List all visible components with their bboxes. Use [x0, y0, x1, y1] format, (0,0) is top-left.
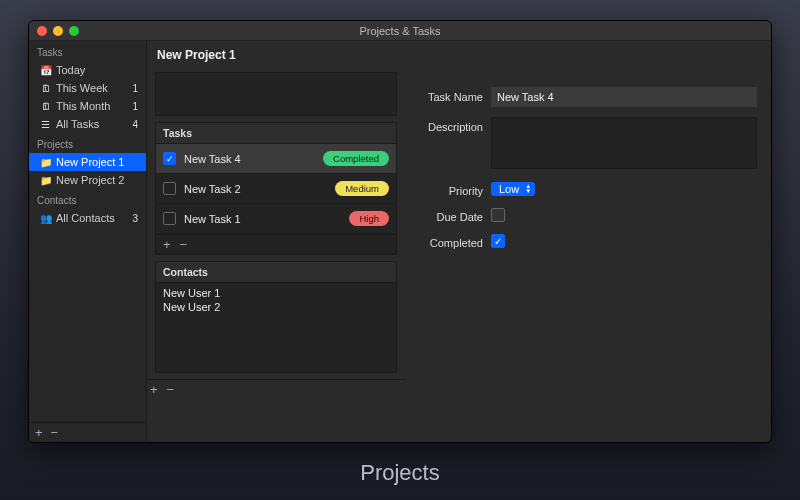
- sidebar-item-icon: 🗓: [39, 83, 52, 94]
- tasks-panel-footer: + −: [156, 234, 396, 254]
- sidebar-item-count: 4: [132, 119, 138, 130]
- task-checkbox[interactable]: [163, 182, 176, 195]
- sidebar-item-label: New Project 2: [56, 174, 138, 186]
- sidebar-item[interactable]: 👥All Contacts3: [29, 209, 146, 227]
- sidebar-footer: + −: [29, 422, 146, 442]
- sidebar-group-title: Contacts: [29, 189, 146, 209]
- desktop-caption: Projects: [0, 460, 800, 486]
- sidebar-item-icon: 📁: [39, 175, 52, 186]
- due-date-label: Due Date: [413, 207, 491, 223]
- sidebar-item[interactable]: 📁New Project 1: [29, 153, 146, 171]
- task-badge: High: [349, 211, 389, 226]
- due-date-checkbox[interactable]: [491, 208, 505, 222]
- task-row[interactable]: New Task 2Medium: [156, 174, 396, 204]
- task-row[interactable]: New Task 1High: [156, 204, 396, 234]
- priority-label: Priority: [413, 181, 491, 197]
- contacts-panel-title: Contacts: [156, 262, 396, 283]
- contact-row[interactable]: New User 2: [163, 300, 389, 314]
- task-badge: Medium: [335, 181, 389, 196]
- task-name: New Task 4: [184, 153, 323, 165]
- sidebar-item-count: 3: [132, 213, 138, 224]
- sidebar-item[interactable]: 🗓This Month1: [29, 97, 146, 115]
- task-checkbox[interactable]: [163, 212, 176, 225]
- sidebar-item[interactable]: 📅Today: [29, 61, 146, 79]
- sidebar-item-icon: 📅: [39, 65, 52, 76]
- project-description-well[interactable]: [155, 72, 397, 116]
- task-remove-button[interactable]: −: [180, 238, 188, 251]
- sidebar-group-title: Tasks: [29, 41, 146, 61]
- task-badge: Completed: [323, 151, 389, 166]
- contact-remove-button[interactable]: −: [167, 383, 175, 396]
- task-name-input[interactable]: [491, 87, 757, 107]
- window-title: Projects & Tasks: [29, 25, 771, 37]
- task-name: New Task 2: [184, 183, 335, 195]
- sidebar-item-label: Today: [56, 64, 138, 76]
- description-input[interactable]: [491, 117, 757, 169]
- sidebar-item-icon: 📁: [39, 157, 52, 168]
- task-add-button[interactable]: +: [163, 238, 171, 251]
- sidebar-item-label: This Week: [56, 82, 132, 94]
- sidebar-item-label: All Contacts: [56, 212, 132, 224]
- project-title: New Project 1: [155, 48, 397, 66]
- description-label: Description: [413, 117, 491, 133]
- app-window: Projects & Tasks Tasks📅Today🗓This Week1🗓…: [28, 20, 772, 443]
- center-footer: + −: [147, 379, 405, 399]
- detail-column: Task Name Description Priority: [405, 41, 771, 442]
- sidebar-item[interactable]: 🗓This Week1: [29, 79, 146, 97]
- task-checkbox[interactable]: ✓: [163, 152, 176, 165]
- sidebar-item-icon: ☰: [39, 119, 52, 130]
- task-name-label: Task Name: [413, 87, 491, 103]
- sidebar-item-icon: 🗓: [39, 101, 52, 112]
- sidebar-item-label: New Project 1: [56, 156, 138, 168]
- contact-row[interactable]: New User 1: [163, 286, 389, 300]
- main-area: New Project 1 Tasks ✓New Task 4Completed…: [147, 41, 771, 442]
- contacts-panel: Contacts New User 1New User 2: [155, 261, 397, 373]
- completed-checkbox[interactable]: ✓: [491, 234, 505, 248]
- sidebar-group-title: Projects: [29, 133, 146, 153]
- sidebar-item-label: This Month: [56, 100, 132, 112]
- priority-select[interactable]: Low ▲▼: [491, 182, 535, 196]
- titlebar: Projects & Tasks: [29, 21, 771, 41]
- sidebar: Tasks📅Today🗓This Week1🗓This Month1☰All T…: [29, 41, 147, 442]
- sidebar-item[interactable]: 📁New Project 2: [29, 171, 146, 189]
- priority-value: Low: [499, 183, 519, 195]
- center-column: New Project 1 Tasks ✓New Task 4Completed…: [147, 41, 405, 442]
- sidebar-remove-button[interactable]: −: [51, 426, 59, 439]
- sidebar-item[interactable]: ☰All Tasks4: [29, 115, 146, 133]
- contact-add-button[interactable]: +: [150, 383, 158, 396]
- sidebar-item-label: All Tasks: [56, 118, 132, 130]
- task-name: New Task 1: [184, 213, 349, 225]
- sidebar-item-count: 1: [132, 83, 138, 94]
- completed-label: Completed: [413, 233, 491, 249]
- sidebar-item-icon: 👥: [39, 213, 52, 224]
- tasks-panel-title: Tasks: [156, 123, 396, 144]
- sidebar-item-count: 1: [132, 101, 138, 112]
- sidebar-add-button[interactable]: +: [35, 426, 43, 439]
- task-row[interactable]: ✓New Task 4Completed: [156, 144, 396, 174]
- chevron-updown-icon: ▲▼: [525, 184, 531, 194]
- tasks-panel: Tasks ✓New Task 4CompletedNew Task 2Medi…: [155, 122, 397, 255]
